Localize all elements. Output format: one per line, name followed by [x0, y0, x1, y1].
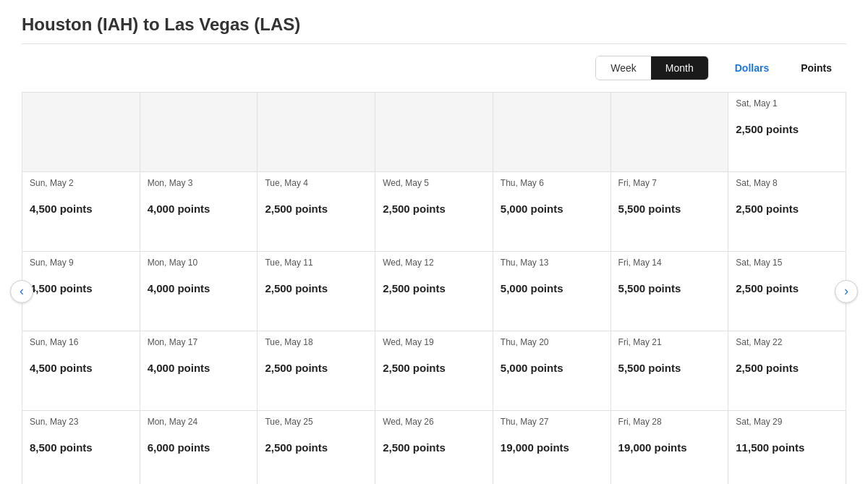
cell-price: 2,500 points: [265, 362, 367, 374]
calendar-cell[interactable]: Thu, May 2719,000 points: [493, 411, 611, 484]
cell-date-label: Thu, May 20: [501, 337, 603, 347]
next-month-button[interactable]: ›: [835, 280, 858, 303]
cell-price: 19,000 points: [618, 441, 721, 454]
controls-bar: Week Month Dollars Points: [22, 56, 846, 80]
cell-price: 5,000 points: [501, 203, 603, 215]
cell-price: 2,500 points: [383, 362, 485, 374]
calendar-cell[interactable]: Sat, May 82,500 points: [728, 172, 846, 252]
calendar-cell[interactable]: Thu, May 65,000 points: [493, 172, 611, 252]
empty-cell: [140, 93, 258, 172]
cell-date-label: Mon, May 17: [148, 337, 250, 347]
cell-price: 4,500 points: [30, 362, 132, 374]
empty-cell: [22, 93, 140, 172]
cell-price: 4,500 points: [30, 282, 132, 294]
cell-price: 2,500 points: [265, 441, 367, 454]
cell-price: 4,000 points: [148, 203, 250, 215]
calendar-cell[interactable]: Sat, May 2911,500 points: [728, 411, 846, 484]
cell-price: 4,000 points: [148, 282, 250, 294]
cell-date-label: Tue, May 18: [265, 337, 367, 347]
cell-price: 2,500 points: [383, 441, 485, 454]
calendar-cell[interactable]: Mon, May 174,000 points: [140, 331, 258, 411]
cell-price: 2,500 points: [736, 362, 838, 374]
cell-price: 2,500 points: [383, 282, 485, 294]
cell-date-label: Wed, May 26: [383, 417, 485, 427]
cell-price: 6,000 points: [148, 441, 250, 454]
calendar-cell[interactable]: Sun, May 24,500 points: [22, 172, 140, 252]
calendar-cell[interactable]: Tue, May 182,500 points: [258, 331, 375, 411]
cell-price: 5,500 points: [618, 203, 721, 215]
view-toggle-group: Week Month: [595, 56, 708, 80]
cell-date-label: Sun, May 16: [30, 337, 132, 347]
calendar-cell[interactable]: Mon, May 34,000 points: [140, 172, 258, 252]
calendar-cell[interactable]: Fri, May 2819,000 points: [611, 411, 729, 484]
currency-toggle-group: Dollars Points: [720, 56, 846, 80]
empty-cell: [258, 93, 375, 172]
cell-date-label: Sat, May 22: [736, 337, 838, 347]
cell-price: 4,500 points: [30, 203, 132, 215]
calendar-cell[interactable]: Fri, May 215,500 points: [611, 331, 729, 411]
cell-date-label: Thu, May 27: [501, 417, 603, 427]
cell-date-label: Thu, May 6: [501, 178, 603, 188]
cell-price: 19,000 points: [501, 441, 603, 454]
calendar-cell[interactable]: Sun, May 164,500 points: [22, 331, 140, 411]
cell-date-label: Wed, May 5: [383, 178, 485, 188]
cell-date-label: Sat, May 29: [736, 417, 838, 427]
cell-date-label: Tue, May 4: [265, 178, 367, 188]
calendar-cell[interactable]: Tue, May 112,500 points: [258, 252, 375, 331]
cell-date-label: Sat, May 1: [736, 98, 838, 109]
calendar-cell[interactable]: Thu, May 205,000 points: [493, 331, 611, 411]
calendar-cell[interactable]: Mon, May 104,000 points: [140, 252, 258, 331]
cell-date-label: Wed, May 12: [383, 258, 485, 268]
week-view-button[interactable]: Week: [596, 56, 651, 80]
cell-date-label: Fri, May 28: [618, 417, 721, 427]
cell-date-label: Sat, May 8: [736, 178, 838, 188]
calendar-cell[interactable]: Sun, May 238,500 points: [22, 411, 140, 484]
cell-date-label: Sun, May 2: [30, 178, 132, 188]
calendar-cell[interactable]: Wed, May 122,500 points: [375, 252, 493, 331]
calendar-cell[interactable]: Fri, May 145,500 points: [611, 252, 729, 331]
cell-price: 2,500 points: [736, 123, 838, 135]
calendar-cell[interactable]: Fri, May 75,500 points: [611, 172, 729, 252]
cell-price: 5,500 points: [618, 362, 721, 374]
empty-cell: [611, 93, 729, 172]
calendar-cell[interactable]: Mon, May 246,000 points: [140, 411, 258, 484]
calendar-cell[interactable]: Wed, May 52,500 points: [375, 172, 493, 252]
page-title: Houston (IAH) to Las Vegas (LAS): [22, 14, 846, 44]
cell-date-label: Wed, May 19: [383, 337, 485, 347]
cell-date-label: Sat, May 15: [736, 258, 838, 268]
calendar-wrapper: ‹ Sat, May 12,500 pointsSun, May 24,500 …: [22, 92, 846, 484]
calendar-cell[interactable]: Tue, May 42,500 points: [258, 172, 375, 252]
calendar-cell[interactable]: Wed, May 262,500 points: [375, 411, 493, 484]
cell-price: 4,000 points: [148, 362, 250, 374]
calendar-cell[interactable]: Tue, May 252,500 points: [258, 411, 375, 484]
cell-date-label: Mon, May 10: [148, 258, 250, 268]
cell-price: 2,500 points: [265, 282, 367, 294]
cell-price: 2,500 points: [265, 203, 367, 215]
calendar-cell[interactable]: Sat, May 12,500 points: [728, 93, 846, 172]
cell-price: 5,500 points: [618, 282, 721, 294]
cell-date-label: Sun, May 23: [30, 417, 132, 427]
calendar-cell[interactable]: Thu, May 135,000 points: [493, 252, 611, 331]
month-view-button[interactable]: Month: [651, 56, 708, 80]
dollars-button[interactable]: Dollars: [720, 56, 783, 80]
cell-date-label: Thu, May 13: [501, 258, 603, 268]
cell-date-label: Mon, May 24: [148, 417, 250, 427]
empty-cell: [375, 93, 493, 172]
cell-date-label: Sun, May 9: [30, 258, 132, 268]
calendar-cell[interactable]: Sat, May 222,500 points: [728, 331, 846, 411]
cell-date-label: Fri, May 14: [618, 258, 721, 268]
cell-price: 5,000 points: [501, 282, 603, 294]
points-button[interactable]: Points: [786, 56, 846, 80]
cell-price: 11,500 points: [736, 441, 838, 454]
calendar-cell[interactable]: Wed, May 192,500 points: [375, 331, 493, 411]
calendar-grid: Sat, May 12,500 pointsSun, May 24,500 po…: [22, 92, 846, 484]
cell-date-label: Fri, May 7: [618, 178, 721, 188]
cell-price: 2,500 points: [736, 203, 838, 215]
cell-date-label: Fri, May 21: [618, 337, 721, 347]
cell-price: 2,500 points: [736, 282, 838, 294]
cell-date-label: Tue, May 25: [265, 417, 367, 427]
cell-date-label: Mon, May 3: [148, 178, 250, 188]
calendar-cell[interactable]: Sat, May 152,500 points: [728, 252, 846, 331]
calendar-cell[interactable]: Sun, May 94,500 points: [22, 252, 140, 331]
prev-month-button[interactable]: ‹: [10, 280, 33, 303]
